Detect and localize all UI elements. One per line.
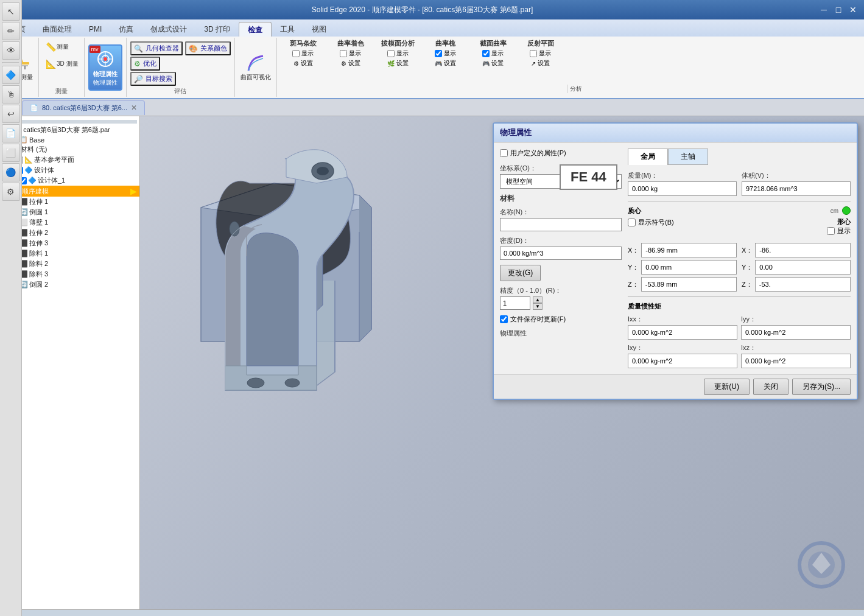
ribbon-group-measure: 📏 测量 📐 3D 测量 测量: [39, 38, 85, 97]
tab-pmi[interactable]: PMI: [80, 22, 110, 37]
cz-value[interactable]: [755, 277, 851, 292]
geo-checker-label: 几何检查器: [146, 44, 179, 53]
volume-value[interactable]: [742, 181, 851, 196]
physical-props-button[interactable]: mv 物理属性 物理属性: [88, 44, 122, 91]
cy-value[interactable]: [755, 260, 851, 275]
doc-button[interactable]: 📄: [2, 124, 20, 142]
zebra-label: 斑马条纹: [290, 39, 317, 48]
triad-button[interactable]: 🔷: [2, 66, 20, 84]
show-symbol-label: 显示符号(B): [638, 218, 674, 227]
precision-down[interactable]: ▼: [533, 303, 543, 310]
rel-color-button[interactable]: 🎨 关系颜色: [185, 41, 231, 55]
circle-button[interactable]: 🔵: [2, 163, 20, 181]
iyy-group: Iyy：: [741, 315, 851, 340]
ixy-value[interactable]: [628, 354, 737, 368]
precision-input[interactable]: [500, 296, 530, 310]
close-button[interactable]: 关闭: [753, 379, 788, 395]
analysis-group: 斑马条纹 显示 ⚙ 设置 曲率着色 显示 ⚙ 设置 拔模面分析: [277, 38, 587, 97]
change-button[interactable]: 更改(G): [500, 265, 541, 281]
x-value[interactable]: [641, 243, 737, 257]
measure3d-label: 3D 测量: [57, 60, 79, 68]
dialog-body: 用户定义的属性(P) 坐标系(O)： 模型空间 材料 名称(N)：: [494, 142, 857, 374]
sketch-button[interactable]: ✏: [2, 22, 20, 40]
svg-point-21: [230, 222, 239, 236]
tree-cut1-label: 除料 1: [29, 249, 48, 258]
zebra-show-checkbox[interactable]: [292, 50, 300, 57]
show-symbol-checkbox[interactable]: [628, 219, 636, 226]
update-button[interactable]: 更新(U): [704, 379, 750, 395]
tab-tools[interactable]: 工具: [272, 22, 303, 37]
measure3d-button[interactable]: 📐 3D 测量: [43, 56, 80, 72]
centroid-coords: X： Y： Z：: [742, 243, 851, 292]
minimize-button[interactable]: ─: [818, 4, 830, 16]
3d-viewport[interactable]: FE 44 物理属性 用户定义的属性(P) 坐标系(O)：: [140, 116, 864, 609]
file-tab[interactable]: 📄 80. catics第6届3D大赛 第6... ✕: [22, 100, 145, 115]
density-input[interactable]: [500, 247, 622, 260]
y-label: Y：: [628, 263, 639, 272]
tab-3dprint[interactable]: 3D 打印: [195, 22, 239, 37]
settings-side-button[interactable]: ⚙: [2, 183, 20, 201]
tree-scroll-indicator[interactable]: [2, 120, 137, 124]
tree-design-icon: 🔷: [24, 166, 33, 174]
centroid-show-checkbox[interactable]: [827, 227, 835, 235]
mass-value[interactable]: [628, 181, 737, 196]
cursor-button[interactable]: 🖱: [2, 85, 20, 103]
draft-settings-label: 设置: [396, 59, 409, 68]
comb-settings-icon: 🎮: [435, 60, 442, 67]
analysis-group-label: 分析: [567, 85, 582, 93]
select-button[interactable]: ↖: [2, 2, 20, 21]
analysis-section: 截面曲率 显示 🎮 设置: [472, 39, 515, 96]
reflection-settings-label: 设置: [538, 59, 550, 68]
principal-tab[interactable]: 主轴: [668, 149, 708, 165]
iyy-value[interactable]: [741, 325, 851, 340]
window-title: Solid Edge 2020 - 顺序建模零件 - [80. catics第6…: [27, 5, 818, 15]
precision-group: 精度（0 - 1.0）(R)： ▲ ▼: [500, 286, 622, 310]
target-search-button[interactable]: 🔎 目标搜索: [130, 72, 176, 86]
tree-extrude2-label: 拉伸 2: [29, 228, 48, 237]
close-button[interactable]: ✕: [847, 4, 859, 16]
rel-color-icon: 🎨: [189, 44, 198, 53]
box-button[interactable]: ⬜: [2, 144, 20, 162]
ixz-value[interactable]: [741, 354, 851, 368]
svg-point-20: [317, 167, 329, 175]
reflection-settings-icon: ↗: [531, 60, 536, 67]
draft-show-label: 显示: [396, 49, 409, 58]
measure-button[interactable]: 📏 测量: [43, 39, 71, 55]
comb-show-label: 显示: [444, 49, 456, 58]
tab-inspect[interactable]: 检查: [239, 22, 272, 37]
curvature-show-checkbox[interactable]: [340, 50, 347, 57]
watermark: [797, 541, 846, 591]
draft-show-checkbox[interactable]: [387, 50, 395, 57]
section-show-checkbox[interactable]: [482, 50, 490, 57]
material-name-input[interactable]: [500, 218, 622, 231]
file-tab-close[interactable]: ✕: [131, 103, 137, 112]
maximize-button[interactable]: □: [832, 4, 845, 16]
undo-button[interactable]: ↩: [2, 105, 20, 123]
z-value[interactable]: [641, 277, 737, 292]
cx-value[interactable]: [755, 243, 851, 257]
tab-surface[interactable]: 曲面处理: [34, 22, 80, 37]
ixx-value[interactable]: [628, 325, 737, 340]
global-tab[interactable]: 全局: [628, 149, 668, 165]
user-defined-checkbox[interactable]: [500, 149, 508, 157]
reflection-show-checkbox[interactable]: [530, 50, 537, 57]
physical-props-label: 物理属性: [93, 70, 118, 79]
view-button[interactable]: 👁: [2, 41, 20, 60]
save-as-button[interactable]: 另存为(S)...: [792, 379, 851, 395]
tab-generative[interactable]: 创成式设计: [142, 22, 195, 37]
y-value[interactable]: [641, 260, 737, 275]
mass-group: 质量(M)：: [628, 171, 737, 196]
draft-label: 拔模面分析: [381, 39, 415, 48]
tab-simulation[interactable]: 仿真: [110, 22, 142, 37]
geo-checker-button[interactable]: 🔍 几何检查器: [130, 41, 183, 55]
precision-up[interactable]: ▲: [533, 296, 543, 303]
measure-group-label: 测量: [55, 87, 68, 96]
file-save-checkbox[interactable]: [500, 315, 508, 323]
optimize-button[interactable]: ⚙ 优化: [130, 57, 160, 71]
curve-viz-button[interactable]: 曲面可视化: [239, 52, 273, 83]
ribbon-tabs: 主页 曲面处理 PMI 仿真 创成式设计 3D 打印 检查 工具 视图: [0, 19, 864, 37]
analysis-zebra: 斑马条纹 显示 ⚙ 设置: [282, 39, 325, 96]
ribbon-content: 智能测量 📏 测量 📐 3D 测量 测量 mv: [0, 37, 864, 99]
comb-show-checkbox[interactable]: [435, 50, 442, 57]
tab-view[interactable]: 视图: [303, 22, 335, 37]
